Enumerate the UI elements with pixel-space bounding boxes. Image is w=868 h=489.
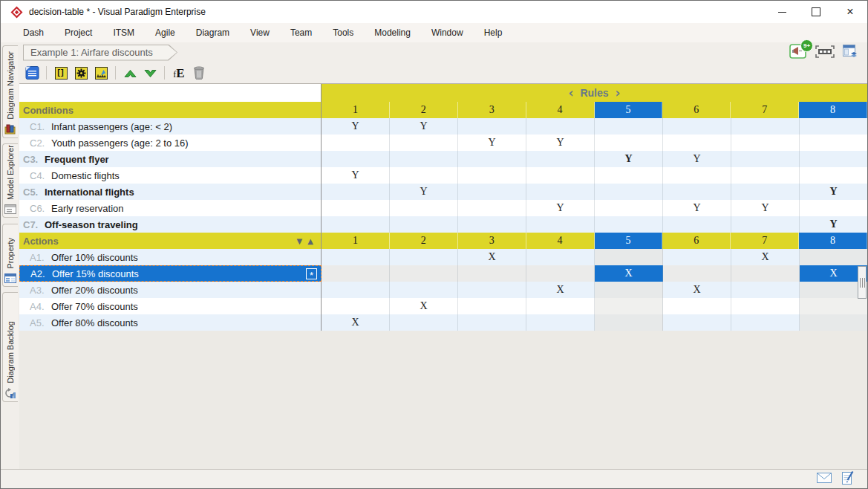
font-style-button[interactable]: fE — [171, 65, 187, 80]
rule-cell[interactable] — [322, 249, 390, 265]
condition-row-label[interactable]: C4.Domestic flights — [19, 167, 322, 184]
rule-cell[interactable] — [458, 298, 526, 314]
rule-cell[interactable] — [390, 135, 458, 151]
rule-cell[interactable] — [458, 265, 526, 282]
rule-cell[interactable] — [800, 118, 867, 135]
sidebar-tab-diagram-navigator[interactable]: Diagram Navigator — [2, 45, 18, 138]
rule-cell[interactable] — [458, 314, 526, 331]
feedback-button[interactable] — [842, 471, 854, 488]
rule-column-header[interactable]: 7 — [731, 233, 799, 249]
rule-cell[interactable] — [595, 249, 663, 265]
rule-column-header[interactable]: 2 — [390, 102, 458, 118]
rule-cell[interactable]: Y — [663, 200, 731, 216]
move-down-button[interactable] — [142, 65, 158, 80]
rule-cell[interactable] — [526, 151, 595, 167]
menu-item-itsm[interactable]: ITSM — [102, 27, 145, 38]
condition-row-label[interactable]: C5.International flights — [19, 184, 322, 200]
sidebar-tab-diagram-backlog[interactable]: Diagram Backlog — [2, 292, 18, 402]
rule-cell[interactable] — [595, 298, 663, 314]
rule-cell[interactable] — [458, 151, 526, 167]
sort-down-icon[interactable]: ▼ — [297, 237, 303, 245]
rule-cell[interactable] — [526, 314, 595, 331]
rule-column-header[interactable]: 6 — [662, 233, 731, 249]
rule-cell[interactable]: Y — [390, 118, 458, 135]
rule-cell[interactable]: X — [731, 249, 800, 265]
rule-cell[interactable] — [458, 216, 526, 233]
rule-column-header[interactable]: 3 — [458, 102, 526, 118]
condition-row-label[interactable]: C3.Frequent flyer — [19, 151, 322, 167]
rule-cell[interactable]: X — [526, 282, 595, 298]
rule-cell[interactable]: Y — [595, 151, 663, 167]
conditions-header-cell[interactable]: Conditions — [19, 102, 322, 118]
rule-column-header[interactable]: 4 — [526, 233, 595, 249]
maximize-button[interactable] — [799, 1, 833, 23]
rule-cell[interactable] — [595, 200, 663, 216]
diagram-canvas[interactable]: ‹Rules›Conditions12345678C1.Infant passe… — [19, 84, 867, 469]
brackets-button[interactable]: [] — [53, 65, 69, 80]
rule-cell[interactable] — [322, 216, 390, 233]
rule-cell[interactable] — [526, 249, 595, 265]
rule-column-header[interactable]: 4 — [526, 102, 595, 118]
rule-cell[interactable] — [800, 298, 867, 314]
rule-cell[interactable] — [458, 200, 526, 216]
rule-cell[interactable]: Y — [526, 135, 595, 151]
rule-cell[interactable] — [731, 184, 800, 200]
action-row-label[interactable]: A2.Offer 15% discounts* — [19, 265, 322, 282]
menu-item-agile[interactable]: Agile — [145, 27, 186, 38]
rule-cell[interactable] — [526, 118, 595, 135]
rule-cell[interactable] — [458, 282, 526, 298]
rule-cell[interactable] — [390, 200, 458, 216]
messages-button[interactable] — [817, 473, 832, 486]
menu-item-window[interactable]: Window — [421, 27, 474, 38]
rule-cell[interactable] — [390, 167, 458, 184]
sidebar-tab-property[interactable]: Property — [2, 224, 18, 287]
rule-cell[interactable] — [595, 216, 663, 233]
rule-cell[interactable] — [731, 282, 800, 298]
rule-cell[interactable] — [526, 216, 595, 233]
rule-cell[interactable] — [663, 298, 731, 314]
rule-cell[interactable]: Y — [800, 216, 867, 233]
menu-item-modeling[interactable]: Modeling — [364, 27, 421, 38]
rule-column-header[interactable]: 8 — [799, 102, 867, 118]
rule-cell[interactable]: Y — [322, 118, 390, 135]
breadcrumb[interactable]: Example 1: Airfare discounts — [23, 45, 177, 61]
condition-row-label[interactable]: C2.Youth passengers (age: 2 to 16) — [19, 135, 322, 151]
rule-cell[interactable] — [526, 298, 595, 314]
rule-cell[interactable]: Y — [800, 184, 867, 200]
rule-cell[interactable]: Y — [663, 151, 731, 167]
rule-cell[interactable]: X — [663, 282, 731, 298]
sort-up-icon[interactable]: ▲ — [307, 237, 313, 245]
rule-cell[interactable] — [390, 314, 458, 331]
rule-column-header[interactable]: 8 — [799, 233, 867, 249]
rules-next-icon[interactable]: › — [616, 87, 621, 100]
rule-column-header[interactable]: 7 — [731, 102, 799, 118]
rule-cell[interactable] — [663, 249, 731, 265]
rule-cell[interactable] — [458, 118, 526, 135]
menu-item-tools[interactable]: Tools — [322, 27, 364, 38]
rule-cell[interactable]: Y — [731, 200, 800, 216]
rule-cell[interactable] — [526, 265, 595, 282]
condition-row-label[interactable]: C6.Early reservation — [19, 200, 322, 216]
rule-cell[interactable] — [322, 282, 390, 298]
announcements-button[interactable]: 9+ — [789, 44, 807, 62]
rule-column-header[interactable]: 5 — [595, 102, 663, 118]
rule-cell[interactable] — [731, 298, 800, 314]
rule-cell[interactable] — [322, 184, 390, 200]
rule-cell[interactable] — [322, 298, 390, 314]
rule-cell[interactable] — [731, 314, 800, 331]
rule-cell[interactable] — [526, 184, 595, 200]
rule-cell[interactable] — [390, 282, 458, 298]
rules-previous-icon[interactable]: ‹ — [568, 87, 573, 100]
rule-cell[interactable] — [663, 216, 731, 233]
menu-item-view[interactable]: View — [240, 27, 280, 38]
actions-header-cell[interactable]: Actions▼▲ — [19, 233, 322, 249]
rule-cell[interactable] — [322, 265, 390, 282]
rule-cell[interactable] — [663, 184, 731, 200]
rule-cell[interactable]: Y — [458, 135, 526, 151]
rule-cell[interactable]: Y — [390, 184, 458, 200]
vertical-scrollbar-thumb[interactable] — [858, 266, 867, 299]
rule-cell[interactable] — [663, 167, 731, 184]
rule-cell[interactable] — [322, 135, 390, 151]
rule-cell[interactable] — [390, 151, 458, 167]
action-row-label[interactable]: A1.Offer 10% discounts — [19, 249, 322, 265]
